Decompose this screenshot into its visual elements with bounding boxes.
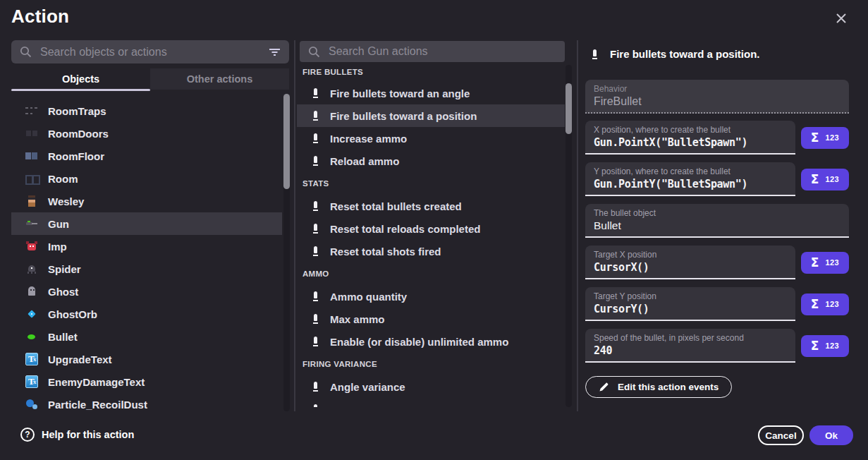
action-group-header-fire-bullets: FIRE BULLETS — [297, 62, 565, 82]
text-sprite-icon — [25, 353, 38, 365]
action-row-partial[interactable] — [297, 398, 565, 407]
ok-button[interactable]: Ok — [809, 425, 853, 445]
expression-sigma-123-icon[interactable]: Σ123 — [801, 293, 849, 315]
parameters-panel: Fire bullets toward a position. Behavior… — [585, 45, 849, 398]
cancel-button[interactable]: Cancel — [758, 425, 804, 445]
object-name: Wesley — [48, 195, 84, 207]
digits-glyph: 123 — [825, 175, 839, 183]
object-row-ghost[interactable]: Ghost — [11, 280, 282, 303]
actions-search-input[interactable]: Search Gun actions — [300, 41, 565, 62]
bullet-behavior-icon — [313, 156, 318, 166]
object-row-imp[interactable]: Imp — [11, 235, 282, 258]
action-row-fire-bullets-toward-a-position[interactable]: Fire bullets toward a position — [297, 104, 565, 127]
object-name: RoomDoors — [48, 128, 109, 140]
field-label: Behavior — [594, 84, 841, 94]
field-x-position-where-to-create-the-bullet[interactable]: X position, where to create the bulletGu… — [585, 121, 795, 155]
field-row-behavior: BehaviorFireBullet — [585, 80, 849, 114]
object-row-wesley[interactable]: Wesley — [11, 190, 282, 212]
close-icon[interactable] — [835, 10, 852, 27]
edit-action-events-label: Edit this action events — [618, 382, 719, 392]
object-row-spider[interactable]: Spider — [11, 258, 282, 280]
sigma-glyph: Σ — [811, 131, 819, 145]
object-row-bullet[interactable]: Bullet — [11, 325, 282, 348]
digits-glyph: 123 — [825, 300, 839, 308]
action-list: FIRE BULLETSFire bullets toward an angle… — [297, 62, 565, 407]
bullet-behavior-icon — [313, 337, 318, 346]
help-link[interactable]: ? Help for this action — [20, 428, 134, 442]
help-label: Help for this action — [42, 429, 134, 440]
digits-glyph: 123 — [825, 258, 839, 267]
room-sprite-icon — [25, 172, 38, 185]
action-label: Ammo quantity — [330, 291, 407, 303]
field-row-speed-of-the-bullet-in-pixels-per-second: Speed of the bullet, in pixels per secon… — [585, 329, 849, 363]
expression-sigma-123-icon[interactable]: Σ123 — [801, 169, 849, 190]
action-row-reload-ammo[interactable]: Reload ammo — [297, 150, 565, 172]
object-row-upgradetext[interactable]: UpgradeText — [11, 348, 282, 370]
object-list: RoomTrapsRoomDoorsRoomFloorRoomWesleyGun… — [11, 94, 282, 411]
bulletobj-sprite-icon — [25, 330, 38, 343]
action-row-max-ammo[interactable]: Max ammo — [297, 308, 565, 330]
edit-action-events-button[interactable]: Edit this action events — [585, 376, 732, 398]
bullet-behavior-icon — [313, 224, 318, 234]
action-row-fire-bullets-toward-an-angle[interactable]: Fire bullets toward an angle — [297, 82, 565, 104]
action-row-reset-total-bullets-created[interactable]: Reset total bullets created — [297, 195, 565, 217]
field-speed-of-the-bullet-in-pixels-per-second[interactable]: Speed of the bullet, in pixels per secon… — [585, 329, 795, 363]
expression-sigma-123-icon[interactable]: Σ123 — [801, 252, 849, 274]
action-label: Fire bullets toward an angle — [330, 87, 470, 99]
field-y-position-where-to-create-the-bullet[interactable]: Y position, where to create the bulletGu… — [585, 162, 795, 196]
search-placeholder: Search Gun actions — [329, 45, 556, 58]
expression-sigma-123-icon[interactable]: Σ123 — [801, 127, 849, 149]
field-target-y-position[interactable]: Target Y positionCursorY() — [585, 287, 795, 321]
field-label: Target X position — [594, 250, 787, 260]
action-row-reset-total-shots-fired[interactable]: Reset total shots fired — [297, 240, 565, 262]
sigma-glyph: Σ — [811, 339, 819, 353]
object-row-ghostorb[interactable]: GhostOrb — [11, 303, 282, 325]
bullet-behavior-icon — [313, 382, 318, 392]
ghostorb-sprite-icon — [25, 308, 38, 320]
objects-search-input[interactable]: Search objects or actions — [11, 40, 289, 63]
action-row-enable-or-disable-unlimited-ammo[interactable]: Enable (or disable) unlimited ammo — [297, 330, 565, 353]
object-name: Spider — [48, 263, 81, 275]
action-label: Reset total shots fired — [330, 246, 441, 258]
object-row-room[interactable]: Room — [11, 167, 282, 190]
tab-other-actions[interactable]: Other actions — [150, 68, 289, 90]
object-name: RoomFloor — [48, 150, 104, 162]
digits-glyph: 123 — [825, 133, 839, 142]
object-row-particle-recoildust[interactable]: Particle_RecoilDust — [11, 393, 282, 411]
action-group-header-firing-variance: FIRING VARIANCE — [297, 353, 565, 375]
field-row-y-position-where-to-create-the-bullet: Y position, where to create the bulletGu… — [585, 162, 849, 196]
expression-sigma-123-icon[interactable]: Σ123 — [801, 335, 849, 357]
bullet-behavior-icon — [313, 133, 318, 143]
action-description-text: Fire bullets toward a position. — [610, 47, 760, 60]
object-row-gun[interactable]: Gun — [11, 212, 282, 235]
roomtraps-sprite-icon — [25, 104, 38, 117]
object-row-roomdoors[interactable]: RoomDoors — [11, 122, 282, 145]
action-label: Enable (or disable) unlimited ammo — [330, 336, 508, 348]
action-group-header-stats: STATS — [297, 172, 565, 195]
field-row-the-bullet-object: The bullet objectBullet — [585, 204, 849, 238]
action-label: Fire bullets toward a position — [330, 110, 477, 122]
object-row-roomtraps[interactable]: RoomTraps — [11, 99, 282, 122]
spider-sprite-icon — [25, 262, 38, 275]
filter-icon[interactable] — [269, 47, 281, 57]
field-value: Gun.PointY("BulletSpawn") — [594, 178, 787, 190]
object-name: Particle_RecoilDust — [48, 399, 147, 411]
field-target-x-position[interactable]: Target X positionCursorX() — [585, 246, 795, 279]
field-the-bullet-object[interactable]: The bullet objectBullet — [585, 204, 849, 238]
action-row-reset-total-reloads-completed[interactable]: Reset total reloads completed — [297, 217, 565, 240]
tab-objects[interactable]: Objects — [11, 68, 150, 90]
action-row-increase-ammo[interactable]: Increase ammo — [297, 127, 565, 150]
action-row-angle-variance[interactable]: Angle variance — [297, 375, 565, 398]
action-row-ammo-quantity[interactable]: Ammo quantity — [297, 285, 565, 308]
pencil-icon — [599, 382, 609, 392]
object-list-scrollbar-thumb[interactable] — [283, 94, 290, 189]
particle-sprite-icon — [25, 398, 38, 411]
object-name: Ghost — [48, 286, 78, 298]
bullet-behavior-icon — [313, 291, 318, 301]
action-list-scrollbar-thumb[interactable] — [566, 83, 572, 134]
field-value: 240 — [594, 344, 787, 357]
field-value: FireBullet — [594, 95, 841, 108]
field-behavior: BehaviorFireBullet — [585, 80, 849, 114]
object-row-roomfloor[interactable]: RoomFloor — [11, 145, 282, 167]
object-row-enemydamagetext[interactable]: EnemyDamageText — [11, 370, 282, 393]
